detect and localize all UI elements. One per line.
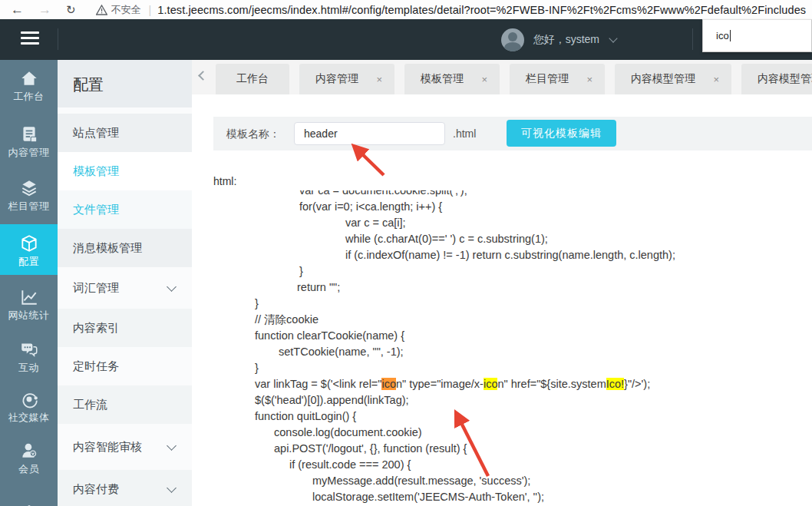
address-bar-url[interactable]: 1.test.jeecms.com/jeecms/index.html#/con… (157, 4, 806, 16)
user-greeting: 您好，system (533, 33, 599, 47)
sidebar-item-label: 会员 (0, 462, 58, 476)
menu-item-workflow[interactable]: 工作流 (58, 385, 192, 424)
code-line: } (246, 296, 812, 312)
tab-content-model-mgmt[interactable]: 内容模型管理× (615, 64, 731, 94)
browser-toolbar: ← → ↻ 不安全 | 1.test.jeecms.com/jeecms/ind… (0, 0, 812, 19)
text-caret (730, 30, 731, 41)
menu-item-label: 定时任务 (73, 359, 119, 374)
menu-item-template-mgmt[interactable]: 模板管理 (58, 152, 192, 190)
user-menu[interactable]: 您好，system (501, 19, 616, 60)
config-submenu-panel: 配置 站点管理 模板管理 文件管理 消息模板管理 词汇管理 内容索引 定时任务 … (58, 60, 192, 506)
sidebar-item-label: 内容管理 (0, 146, 58, 160)
close-tab-icon[interactable]: × (376, 74, 382, 85)
sidebar-item-interaction[interactable]: 互动 (0, 336, 58, 384)
header-divider (58, 28, 58, 50)
warning-icon (96, 5, 107, 15)
menu-item-content-payment[interactable]: 内容付费 (58, 470, 192, 506)
menu-item-label: 模板管理 (73, 164, 119, 179)
tab-template-mgmt[interactable]: 模板管理× (404, 64, 500, 94)
app-header: 您好，system (0, 19, 812, 60)
chevron-down-icon (609, 34, 617, 42)
browser-back-icon[interactable]: ← (11, 3, 24, 16)
code-line: localStorage.setItem('JEECMS-Auth-Token'… (246, 489, 812, 505)
tab-content-model-mgmt-2[interactable]: 内容模型管理× (741, 64, 812, 94)
menu-item-content-index[interactable]: 内容索引 (58, 309, 192, 347)
sidebar-item-social[interactable]: 社交媒体 (0, 386, 58, 434)
menu-item-label: 消息模板管理 (73, 241, 142, 256)
file-extension-label: .html (453, 127, 476, 140)
chevron-down-icon (167, 441, 177, 451)
close-tab-icon[interactable]: × (713, 74, 719, 85)
code-line: $($('head')[0]).append(linkTag); (246, 392, 812, 408)
template-name-label: 模板名称： (226, 127, 280, 141)
tab-content-mgmt[interactable]: 内容管理× (299, 64, 394, 94)
menu-item-site-mgmt[interactable]: 站点管理 (58, 114, 192, 152)
sidebar-item-stats[interactable]: 网站统计 (0, 284, 58, 332)
security-warning-label: 不安全 (111, 3, 141, 17)
sidebar-item-config[interactable]: 配置 (0, 224, 58, 275)
code-line: // 清除cookie (246, 312, 812, 328)
sidebar-item-label: 配置 (0, 255, 58, 269)
browser-reload-icon[interactable]: ↻ (66, 4, 76, 15)
sidebar-item-content[interactable]: 内容管理 (0, 121, 58, 169)
code-line: api.POST('/logout', {}, function (result… (246, 441, 812, 457)
sidebar-item-columns[interactable]: 栏目管理 (0, 175, 58, 223)
sidebar-item-members[interactable]: 会员 (0, 438, 58, 485)
menu-item-label: 站点管理 (73, 126, 119, 141)
cube-icon (19, 233, 39, 253)
tab-column-mgmt[interactable]: 栏目管理× (510, 64, 605, 94)
tab-bar: 工作台 内容管理× 模板管理× 栏目管理× 内容模型管理× 内容模型管理× (192, 60, 812, 94)
code-line: if (result.code === 200) { (246, 457, 812, 473)
code-line: setTCookie(name, "", -1); (246, 344, 812, 360)
code-line: while (c.charAt(0)==' ') c = c.substring… (246, 231, 812, 247)
menu-item-message-template[interactable]: 消息模板管理 (58, 229, 192, 267)
template-code-editor[interactable]: var ca = document.cookie.split(';');for(… (246, 190, 812, 506)
menu-item-vocabulary[interactable]: 词汇管理 (58, 269, 192, 307)
chat-icon (19, 339, 39, 359)
panel-title: 配置 (58, 60, 192, 107)
menu-item-scheduled-tasks[interactable]: 定时任务 (58, 347, 192, 385)
security-status[interactable]: 不安全 (96, 3, 141, 17)
code-line: if (c.indexOf(name) != -1) return c.subs… (246, 247, 812, 263)
user-avatar (501, 28, 524, 51)
template-form-bar: 模板名称： .html 可视化模板编辑 (213, 117, 812, 150)
visual-template-edit-button[interactable]: 可视化模板编辑 (507, 120, 616, 147)
sidebar-item-workbench[interactable]: 工作台 (0, 65, 58, 113)
menu-item-label: 词汇管理 (73, 281, 119, 296)
code-line: var ca = document.cookie.split(';'); (246, 190, 812, 199)
find-input[interactable]: ico (716, 30, 729, 41)
close-tab-icon[interactable]: × (481, 74, 487, 85)
code-line: function clearTCookie(name) { (246, 328, 812, 344)
menu-item-content-review[interactable]: 内容智能审核 (58, 428, 192, 466)
find-highlight-match: Ico! (606, 378, 624, 390)
code-line: var linkTag = $('<link rel="icon" type="… (246, 376, 812, 392)
sidebar-item-label: 网站统计 (0, 309, 58, 322)
code-line: for(var i=0; i<ca.length; i++) { (246, 199, 812, 215)
tabs-scroll-left-icon[interactable] (198, 71, 208, 81)
find-in-page-bar[interactable]: ico (702, 19, 812, 52)
browser-forward-icon[interactable]: → (38, 3, 51, 16)
code-line: function quitLogin() { (246, 408, 812, 425)
tab-workbench[interactable]: 工作台 (216, 64, 289, 94)
tab-label: 内容管理 (315, 72, 358, 86)
main-sidebar: 工作台 内容管理 栏目管理 配置 网站统计 互动 社交媒体 会员 (0, 60, 58, 506)
tab-label: 栏目管理 (526, 72, 569, 86)
url-separator: | (149, 4, 152, 16)
html-field-label: html: (213, 175, 236, 187)
sidebar-item-label: 社交媒体 (0, 411, 58, 425)
orbit-icon (19, 389, 39, 409)
template-name-input[interactable] (294, 122, 445, 145)
menu-toggle-icon[interactable] (21, 31, 39, 47)
tab-label: 内容模型管理 (631, 72, 695, 86)
code-line: } (246, 360, 812, 376)
tab-label: 工作台 (236, 72, 269, 86)
home-icon (19, 68, 39, 88)
menu-item-label: 文件管理 (73, 203, 119, 217)
menu-item-file-mgmt[interactable]: 文件管理 (58, 190, 192, 229)
chart-icon (19, 287, 39, 307)
header-divider-2 (692, 28, 693, 50)
menu-item-label: 工作流 (73, 398, 107, 412)
code-line: var c = ca[i]; (246, 215, 812, 231)
close-tab-icon[interactable]: × (586, 74, 592, 85)
sidebar-item-settings-partial[interactable] (0, 491, 58, 506)
